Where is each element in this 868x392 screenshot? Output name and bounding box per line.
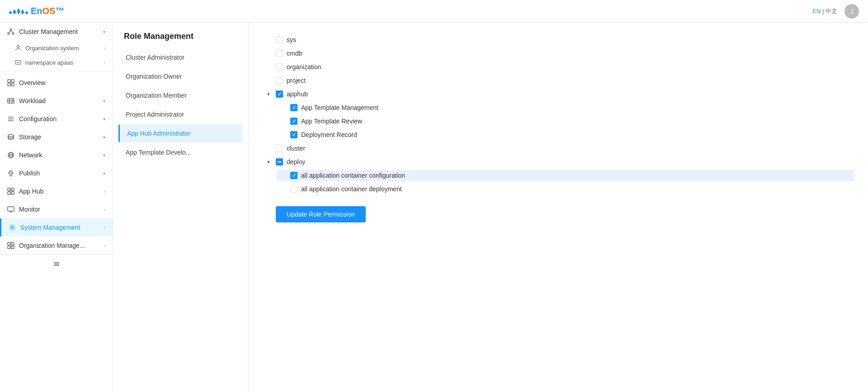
sidebar-item-publish-label: Publish [19,170,40,177]
tree-row-project[interactable]: ▶project [262,75,854,86]
sidebar: Cluster Management ▾ Organization system… [0,23,113,392]
lang-en[interactable]: EN [812,8,821,14]
svg-rect-8 [8,80,10,82]
tree-label-cmdb: cmdb [287,50,302,57]
svg-rect-9 [11,80,14,82]
sidebar-collapse-btn[interactable] [0,255,113,273]
logo-dot-4 [21,10,24,14]
namespace-icon [14,59,22,66]
publish-icon [7,170,14,177]
sidebar-item-monitor[interactable]: Monitor › [0,200,113,218]
tree-label-deploy: deploy [287,158,305,165]
svg-rect-22 [8,188,10,191]
chevron-down-icon: ▾ [103,29,105,34]
svg-rect-32 [8,246,10,249]
tree-children-apphub: ▶App Template Management▶App Template Re… [277,102,854,140]
role-item-apphub-admin[interactable]: App Hub Administrator [118,124,243,142]
monitor-icon [7,206,14,213]
checkbox[interactable] [276,145,283,152]
checkbox[interactable] [276,158,283,165]
publish-chevron: ▾ [103,171,105,176]
sidebar-item-system-management[interactable]: System Management › [0,218,113,236]
topbar: EnOS™ EN | 中文 J [0,0,868,23]
tree-row-cmdb[interactable]: ▶cmdb [262,48,854,59]
update-role-permission-button[interactable]: Update Role Permission [276,206,366,222]
svg-rect-30 [8,242,10,245]
sidebar-item-network[interactable]: Network ▾ [0,146,113,164]
checkbox[interactable] [290,104,297,111]
role-item-project-admin[interactable]: Project Administrator [118,105,243,123]
checkbox[interactable] [290,185,297,193]
tree-toggle-icon[interactable]: ▼ [265,158,272,165]
checkbox[interactable] [276,90,283,98]
checkbox[interactable] [276,36,283,43]
svg-rect-25 [11,192,14,194]
sidebar-item-workload[interactable]: Workload ▾ [0,92,113,110]
workload-icon [7,97,14,104]
sidebar-item-namespace-label: namespace apaas [25,59,73,66]
tree-row-app-container-deploy[interactable]: ▶all application container deployment [277,184,854,194]
checkbox[interactable] [290,118,297,125]
tree-row-organization[interactable]: ▶organization [262,61,854,72]
role-item-app-template-dev[interactable]: App Template Develo... [118,143,243,161]
tree-node-app-container-config: ▶all application container configuration [277,170,854,181]
tree-label-organization: organization [287,63,321,71]
tree-row-cluster[interactable]: ▶cluster [262,143,854,154]
checkbox[interactable] [290,131,297,138]
page-title: Role Management [113,23,248,48]
role-item-org-member[interactable]: Organization Member [118,86,243,104]
sidebar-item-cluster-management[interactable]: Cluster Management ▾ [0,23,113,41]
sidebar-item-network-label: Network [19,151,42,159]
tree-row-deploy[interactable]: ▼deploy [262,156,854,167]
divider-1 [0,71,113,72]
logo-dot-2 [13,10,16,14]
checkbox[interactable] [290,172,297,179]
tree-row-sys[interactable]: ▶sys [262,34,854,45]
sidebar-item-org-manage[interactable]: Organization Manage... › [0,236,113,255]
tree-label-project: project [287,77,306,84]
tree-row-deployment-record[interactable]: ▶Deployment Record [277,129,854,140]
sidebar-item-configuration-label: Configuration [19,115,57,123]
tree-row-apphub[interactable]: ▼apphub [262,89,854,99]
sidebar-item-publish[interactable]: Publish ▾ [0,164,113,182]
avatar[interactable]: J [844,4,859,19]
sidebar-item-namespace-apaas[interactable]: namespace apaas › [0,55,113,70]
tree-row-app-template-mgmt[interactable]: ▶App Template Management [277,102,854,113]
permissions-footer: Update Role Permission [262,197,854,231]
sidebar-item-configuration[interactable]: Configuration ▾ [0,110,113,128]
tree-label-apphub: apphub [287,90,308,98]
logo-dot-1 [9,11,12,14]
tree-node-project: ▶project [262,75,854,86]
sidebar-item-organization-system[interactable]: Organization system › [0,41,113,55]
svg-point-2 [12,33,14,34]
sidebar-item-cluster-management-label: Cluster Management [19,28,78,35]
tree-node-deploy: ▼deploy▶all application container config… [262,156,854,194]
monitor-chevron: › [104,207,105,212]
role-panel: Role Management Cluster AdministratorOrg… [113,23,249,392]
checkbox[interactable] [276,50,283,57]
role-list: Cluster AdministratorOrganization OwnerO… [113,48,248,161]
tree-row-app-container-config[interactable]: ▶all application container configuration [277,170,854,181]
sidebar-item-overview[interactable]: Overview [0,74,113,92]
checkbox[interactable] [276,63,283,71]
tree-label-cluster: cluster [287,145,305,152]
lang-cn[interactable]: 中文 [826,8,837,14]
role-item-cluster-admin[interactable]: Cluster Administrator [118,48,243,66]
tree-toggle-icon[interactable]: ▼ [265,90,272,98]
tree-label-deployment-record: Deployment Record [301,131,357,138]
sidebar-item-app-hub-label: App Hub [19,188,43,195]
svg-point-19 [8,135,14,137]
lang-separator: | [822,8,824,14]
sidebar-item-storage[interactable]: Storage ▾ [0,128,113,146]
app-hub-chevron: › [104,189,105,194]
tree-row-app-template-review[interactable]: ▶App Template Review [277,116,854,127]
lang-switcher[interactable]: EN | 中文 [812,7,837,15]
svg-point-29 [11,227,14,229]
network-chevron: ▾ [103,153,105,158]
logo: EnOS™ [9,6,64,16]
sidebar-item-app-hub[interactable]: App Hub › [0,182,113,200]
checkbox[interactable] [276,77,283,84]
role-item-org-owner[interactable]: Organization Owner [118,67,243,85]
svg-line-4 [11,31,13,33]
tree-node-organization: ▶organization [262,61,854,72]
